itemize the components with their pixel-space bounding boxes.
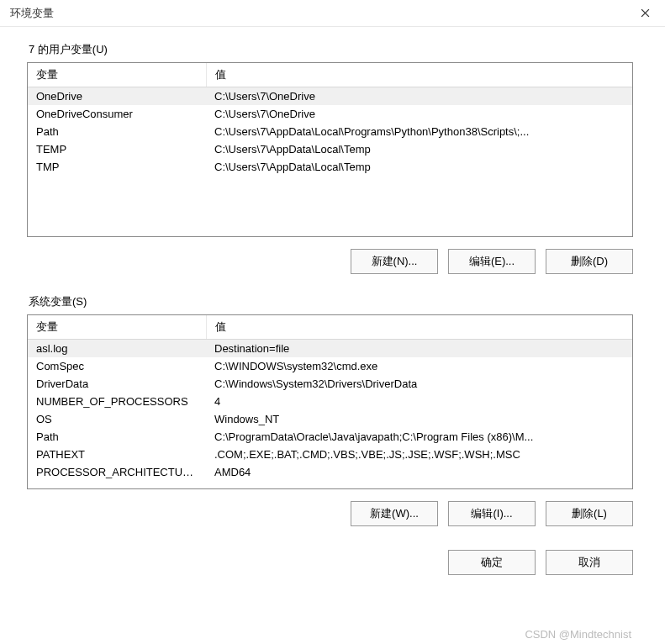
cell-variable: TEMP xyxy=(28,140,206,158)
titlebar: 环境变量 xyxy=(0,0,665,27)
system-edit-button[interactable]: 编辑(I)... xyxy=(448,501,536,526)
table-row[interactable]: ComSpecC:\WINDOWS\system32\cmd.exe xyxy=(28,357,632,375)
user-delete-button[interactable]: 删除(D) xyxy=(546,249,633,274)
cell-variable: asl.log xyxy=(28,340,206,358)
cell-value: Destination=file xyxy=(206,340,632,358)
cell-variable: OS xyxy=(28,410,206,428)
table-row[interactable]: NUMBER_OF_PROCESSORS4 xyxy=(28,393,632,410)
cell-value: C:\WINDOWS\system32\cmd.exe xyxy=(206,357,632,375)
table-row[interactable]: DriverDataC:\Windows\System32\Drivers\Dr… xyxy=(28,375,632,393)
column-header-variable[interactable]: 变量 xyxy=(28,63,206,87)
window-title: 环境变量 xyxy=(10,6,54,21)
table-row[interactable]: TEMPC:\Users\7\AppData\Local\Temp xyxy=(28,140,632,158)
table-row[interactable]: TMPC:\Users\7\AppData\Local\Temp xyxy=(28,158,632,176)
ok-button[interactable]: 确定 xyxy=(448,550,536,575)
user-variables-table[interactable]: 变量 值 OneDriveC:\Users\7\OneDriveOneDrive… xyxy=(27,62,633,237)
user-variables-label: 7 的用户变量(U) xyxy=(27,42,633,57)
cell-variable: TMP xyxy=(28,158,206,176)
user-edit-button[interactable]: 编辑(E)... xyxy=(448,249,536,274)
table-row[interactable]: OneDriveConsumerC:\Users\7\OneDrive xyxy=(28,105,632,123)
cell-variable: Path xyxy=(28,123,206,140)
user-variables-group: 7 的用户变量(U) 变量 值 OneDriveC:\Users\7\OneDr… xyxy=(27,42,633,274)
system-variables-table[interactable]: 变量 值 asl.logDestination=fileComSpecC:\WI… xyxy=(27,314,633,489)
column-header-variable[interactable]: 变量 xyxy=(28,315,206,340)
cell-value: 4 xyxy=(206,393,632,410)
table-row[interactable]: OSWindows_NT xyxy=(28,410,632,428)
cell-value: C:\Users\7\AppData\Local\Temp xyxy=(206,158,632,176)
cell-value: .COM;.EXE;.BAT;.CMD;.VBS;.VBE;.JS;.JSE;.… xyxy=(206,446,632,463)
cell-variable: PROCESSOR_ARCHITECTURE xyxy=(28,463,206,481)
cell-variable: DriverData xyxy=(28,375,206,393)
cell-variable: PATHEXT xyxy=(28,446,206,463)
cell-value: C:\Users\7\AppData\Local\Temp xyxy=(206,140,632,158)
table-row[interactable]: asl.logDestination=file xyxy=(28,340,632,358)
column-header-value[interactable]: 值 xyxy=(206,315,632,340)
user-button-row: 新建(N)... 编辑(E)... 删除(D) xyxy=(27,249,633,274)
system-new-button[interactable]: 新建(W)... xyxy=(351,501,438,526)
dialog-body: 7 的用户变量(U) 变量 值 OneDriveC:\Users\7\OneDr… xyxy=(0,27,665,592)
cell-value: AMD64 xyxy=(206,463,632,481)
table-row[interactable]: PathC:\Users\7\AppData\Local\Programs\Py… xyxy=(28,123,632,140)
cell-value: C:\Users\7\OneDrive xyxy=(206,87,632,106)
system-variables-label: 系统变量(S) xyxy=(27,294,633,309)
table-row[interactable]: PROCESSOR_ARCHITECTUREAMD64 xyxy=(28,463,632,481)
user-new-button[interactable]: 新建(N)... xyxy=(351,249,438,274)
column-header-value[interactable]: 值 xyxy=(206,63,632,87)
cell-variable: OneDriveConsumer xyxy=(28,105,206,123)
close-icon[interactable] xyxy=(635,3,655,24)
cell-value: C:\Users\7\OneDrive xyxy=(206,105,632,123)
cell-value: Windows_NT xyxy=(206,410,632,428)
system-delete-button[interactable]: 删除(L) xyxy=(546,501,633,526)
cell-value: C:\Windows\System32\Drivers\DriverData xyxy=(206,375,632,393)
cancel-button[interactable]: 取消 xyxy=(546,550,633,575)
cell-value: C:\Users\7\AppData\Local\Programs\Python… xyxy=(206,123,632,140)
system-variables-group: 系统变量(S) 变量 值 asl.logDestination=fileComS… xyxy=(27,294,633,526)
system-button-row: 新建(W)... 编辑(I)... 删除(L) xyxy=(27,501,633,526)
table-row[interactable]: OneDriveC:\Users\7\OneDrive xyxy=(28,87,632,106)
table-row[interactable]: PathC:\ProgramData\Oracle\Java\javapath;… xyxy=(28,428,632,446)
cell-variable: Path xyxy=(28,428,206,446)
table-row[interactable]: PATHEXT.COM;.EXE;.BAT;.CMD;.VBS;.VBE;.JS… xyxy=(28,446,632,463)
watermark: CSDN @Mindtechnist xyxy=(525,628,631,641)
cell-variable: ComSpec xyxy=(28,357,206,375)
cell-value: C:\ProgramData\Oracle\Java\javapath;C:\P… xyxy=(206,428,632,446)
cell-variable: NUMBER_OF_PROCESSORS xyxy=(28,393,206,410)
cell-variable: OneDrive xyxy=(28,87,206,106)
dialog-footer: 确定 取消 xyxy=(27,550,633,575)
